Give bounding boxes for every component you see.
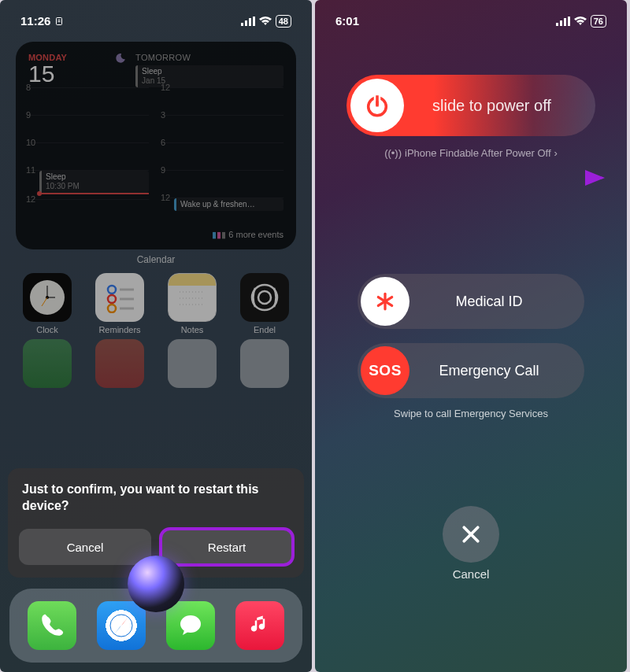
widget-app-label: Calendar bbox=[0, 254, 312, 265]
endel-icon bbox=[240, 273, 289, 322]
svg-rect-6 bbox=[253, 17, 255, 26]
status-bar: 11:26 48 bbox=[0, 0, 312, 35]
info-icon bbox=[54, 17, 64, 26]
svg-rect-1 bbox=[58, 20, 61, 20]
dock-messages[interactable] bbox=[166, 601, 215, 650]
app-reminders[interactable]: Reminders bbox=[91, 273, 148, 334]
svg-point-12 bbox=[108, 286, 116, 294]
safari-icon bbox=[107, 611, 135, 640]
message-icon bbox=[176, 611, 205, 640]
cancel-button[interactable] bbox=[443, 506, 499, 563]
svg-rect-31 bbox=[560, 20, 562, 26]
signal-icon bbox=[241, 17, 255, 26]
medical-id-slider[interactable]: Medical ID bbox=[358, 274, 584, 329]
close-icon bbox=[459, 522, 483, 546]
notes-icon bbox=[168, 273, 217, 322]
sleep-event: Sleep bbox=[142, 67, 280, 76]
wifi-icon bbox=[259, 17, 272, 26]
medical-knob[interactable] bbox=[361, 277, 410, 326]
battery-icon: 76 bbox=[591, 15, 606, 28]
home-apps-row-2 bbox=[11, 339, 301, 388]
findable-label: iPhone Findable After Power Off bbox=[405, 147, 550, 159]
svg-rect-30 bbox=[556, 23, 558, 26]
asterisk-icon bbox=[375, 291, 395, 312]
phone-left: 11:26 48 MONDAY 15 TOMORROW Sleep Jan 15 bbox=[0, 0, 312, 672]
annotation-arrow bbox=[337, 168, 605, 187]
svg-point-14 bbox=[108, 305, 116, 312]
phone-icon bbox=[39, 612, 65, 639]
svg-rect-5 bbox=[249, 18, 251, 26]
svg-rect-3 bbox=[241, 23, 243, 26]
moon-icon bbox=[115, 53, 126, 64]
signal-icon bbox=[556, 17, 570, 26]
svg-rect-4 bbox=[245, 20, 247, 26]
current-time-indicator bbox=[39, 193, 149, 194]
sleep-block-label: Sleep bbox=[46, 172, 145, 182]
svg-marker-39 bbox=[585, 170, 605, 186]
confirm-sheet-title: Just to confirm, you want to restart thi… bbox=[19, 481, 293, 515]
status-time: 6:01 bbox=[335, 14, 359, 28]
home-apps-row: Clock Reminders Notes Endel bbox=[11, 273, 301, 334]
svg-point-13 bbox=[108, 295, 116, 303]
findmy-icon: ((•)) bbox=[384, 147, 402, 159]
svg-point-29 bbox=[180, 615, 201, 633]
svg-rect-33 bbox=[568, 17, 570, 26]
svg-rect-2 bbox=[58, 21, 61, 22]
music-icon bbox=[248, 614, 272, 637]
clock-icon bbox=[23, 273, 72, 322]
status-time: 11:26 bbox=[20, 14, 50, 28]
emergency-call-slider[interactable]: SOS Emergency Call bbox=[358, 343, 584, 398]
power-knob[interactable] bbox=[350, 79, 404, 132]
sos-knob[interactable]: SOS bbox=[361, 346, 410, 395]
svg-point-22 bbox=[258, 291, 271, 304]
app-notes[interactable]: Notes bbox=[164, 273, 220, 334]
wake-event: Wake up & freshen… bbox=[180, 200, 255, 209]
dock-music[interactable] bbox=[235, 601, 284, 650]
tomorrow-label: TOMORROW bbox=[135, 53, 284, 62]
dock-phone[interactable] bbox=[28, 601, 76, 650]
power-slider-label: slide to power off bbox=[404, 97, 580, 115]
cancel-label: Cancel bbox=[315, 567, 627, 581]
cancel-button[interactable]: Cancel bbox=[19, 529, 151, 565]
app-endel[interactable]: Endel bbox=[236, 273, 293, 334]
restart-button[interactable]: Restart bbox=[161, 529, 293, 565]
power-icon bbox=[364, 92, 391, 119]
app-clock[interactable]: Clock bbox=[19, 273, 76, 334]
more-events: 6 more events bbox=[228, 230, 284, 239]
dock-safari[interactable] bbox=[97, 601, 146, 650]
sleep-block-time: 10:30 PM bbox=[46, 182, 145, 191]
swipe-caption: Swipe to call Emergency Services bbox=[315, 408, 627, 419]
widget-day-number: 15 bbox=[28, 62, 67, 86]
wifi-icon bbox=[574, 17, 587, 26]
power-off-slider[interactable]: slide to power off bbox=[346, 75, 595, 136]
sos-label: Emergency Call bbox=[410, 363, 569, 379]
phone-right: 6:01 76 slide to power off ((•)) iPhone … bbox=[315, 0, 627, 672]
chevron-right-icon: › bbox=[554, 147, 558, 159]
medical-label: Medical ID bbox=[410, 294, 569, 310]
reminders-icon bbox=[95, 273, 144, 322]
calendar-widget[interactable]: MONDAY 15 TOMORROW Sleep Jan 15 8 9 10 1… bbox=[16, 42, 296, 249]
siri-orb[interactable] bbox=[128, 556, 184, 612]
svg-rect-32 bbox=[564, 18, 566, 26]
status-bar: 6:01 76 bbox=[315, 0, 627, 35]
findable-row[interactable]: ((•)) iPhone Findable After Power Off › bbox=[315, 147, 627, 159]
battery-icon: 48 bbox=[276, 15, 291, 28]
